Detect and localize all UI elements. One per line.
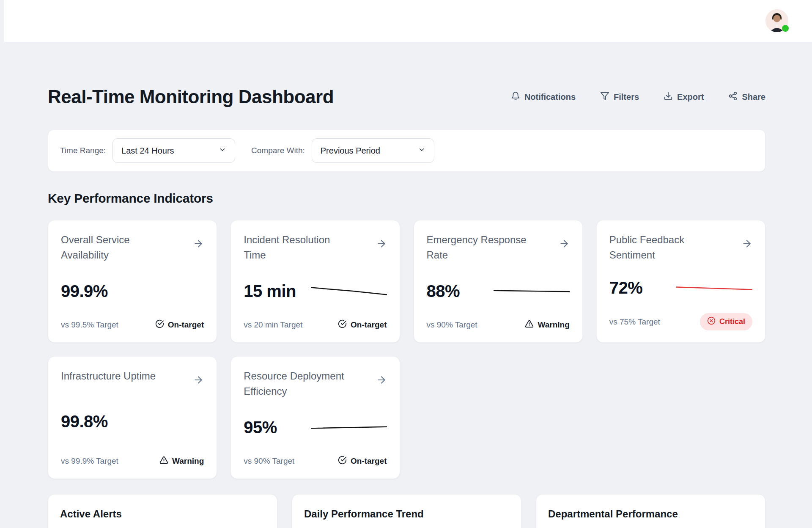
kpi-value: 88%: [427, 282, 460, 301]
check-circle-icon: [155, 319, 164, 330]
share-label: Share: [742, 92, 765, 102]
kpi-sparkline: [311, 286, 387, 296]
kpi-sparkline: [494, 286, 570, 296]
kpi-target: vs 20 min Target: [244, 320, 302, 330]
status-label: Warning: [538, 320, 569, 330]
notifications-label: Notifications: [524, 92, 576, 102]
notifications-button[interactable]: Notifications: [511, 91, 576, 103]
x-circle-icon: [707, 316, 716, 327]
kpi-title: Overall Service Availability: [61, 232, 168, 263]
departmental-performance-panel: Departmental Performance: [536, 494, 765, 528]
warning-triangle-icon: [525, 319, 534, 330]
kpi-section-heading: Key Performance Indicators: [48, 191, 765, 206]
filter-icon: [600, 91, 609, 103]
active-alerts-title: Active Alerts: [60, 508, 265, 520]
share-button[interactable]: Share: [728, 91, 765, 103]
arrow-right-icon[interactable]: [559, 238, 570, 251]
kpi-card-incident-resolution-time: Incident Resolution Time 15 min vs 20 mi…: [230, 220, 400, 343]
daily-performance-trend-panel: Daily Performance Trend: [292, 494, 521, 528]
kpi-title: Incident Resolution Time: [244, 232, 351, 263]
status-label: On-target: [351, 320, 387, 330]
title-row: Real-Time Monitoring Dashboard Notificat…: [48, 86, 765, 107]
kpi-card-infrastructure-uptime: Infrastructure Uptime 99.8% vs 99.9% Tar…: [48, 356, 217, 479]
check-circle-icon: [338, 319, 347, 330]
status-label: Warning: [172, 456, 204, 466]
export-label: Export: [677, 92, 704, 102]
kpi-card-public-feedback-sentiment: Public Feedback Sentiment 72% vs 75% Tar…: [596, 220, 765, 343]
kpi-sparkline: [676, 283, 752, 293]
kpi-target: vs 99.9% Target: [61, 456, 118, 466]
arrow-right-icon[interactable]: [741, 238, 752, 251]
arrow-right-icon[interactable]: [193, 238, 204, 251]
kpi-target: vs 90% Target: [244, 456, 294, 466]
kpi-target: vs 75% Target: [609, 317, 660, 327]
kpi-value: 95%: [244, 418, 277, 437]
chevron-down-icon: [219, 146, 226, 155]
check-circle-icon: [338, 456, 347, 467]
daily-performance-trend-title: Daily Performance Trend: [304, 508, 509, 520]
bottom-panels: Active Alerts Daily Performance Trend De…: [48, 494, 765, 528]
departmental-performance-title: Departmental Performance: [548, 508, 753, 520]
export-button[interactable]: Export: [664, 91, 704, 103]
kpi-sparkline: [311, 422, 387, 432]
status-label: Critical: [719, 317, 745, 326]
kpi-grid: Overall Service Availability 99.9% vs 99…: [48, 220, 765, 479]
chevron-down-icon: [418, 146, 425, 155]
kpi-target: vs 90% Target: [427, 320, 477, 330]
status-badge: Critical: [700, 313, 752, 330]
app-header: [4, 0, 812, 42]
time-range-select[interactable]: Last 24 Hours: [112, 138, 235, 163]
active-alerts-panel: Active Alerts: [48, 494, 277, 528]
filters-label: Filters: [614, 92, 639, 102]
page-title: Real-Time Monitoring Dashboard: [48, 86, 334, 107]
kpi-title: Emergency Response Rate: [427, 232, 534, 263]
kpi-target: vs 99.5% Target: [61, 320, 118, 330]
compare-with-select[interactable]: Previous Period: [312, 138, 434, 163]
kpi-value: 15 min: [244, 282, 296, 301]
kpi-title: Resource Deployment Efficiency: [244, 368, 351, 399]
arrow-right-icon[interactable]: [376, 238, 387, 251]
compare-with-value: Previous Period: [321, 146, 380, 156]
share-icon: [728, 91, 738, 103]
online-status-dot: [782, 25, 789, 32]
warning-triangle-icon: [159, 456, 168, 467]
user-avatar[interactable]: [765, 9, 788, 32]
filters-button[interactable]: Filters: [600, 91, 639, 103]
filters-bar: Time Range: Last 24 Hours Compare With: …: [48, 129, 765, 172]
kpi-title: Infrastructure Uptime: [61, 368, 156, 384]
header-actions: Notifications Filters Export Share: [511, 91, 765, 103]
kpi-card-overall-service-availability: Overall Service Availability 99.9% vs 99…: [48, 220, 217, 343]
download-icon: [664, 91, 673, 103]
kpi-title: Public Feedback Sentiment: [609, 232, 717, 263]
status-badge: Warning: [525, 319, 569, 330]
status-badge: On-target: [155, 319, 204, 330]
kpi-card-emergency-response-rate: Emergency Response Rate 88% vs 90% Targe…: [414, 220, 583, 343]
time-range-value: Last 24 Hours: [121, 146, 174, 156]
status-label: On-target: [168, 320, 204, 330]
status-label: On-target: [351, 456, 387, 466]
status-badge: On-target: [338, 319, 387, 330]
kpi-value: 99.8%: [61, 412, 108, 431]
kpi-value: 99.9%: [61, 282, 108, 301]
dashboard-content: Real-Time Monitoring Dashboard Notificat…: [48, 86, 765, 528]
status-badge: Warning: [159, 456, 204, 467]
compare-with-label: Compare With:: [251, 146, 305, 155]
arrow-right-icon[interactable]: [376, 374, 387, 387]
status-badge: On-target: [338, 456, 387, 467]
kpi-value: 72%: [609, 278, 643, 297]
kpi-card-resource-deployment-efficiency: Resource Deployment Efficiency 95% vs 90…: [230, 356, 400, 479]
bell-icon: [511, 91, 520, 103]
time-range-label: Time Range:: [60, 146, 106, 155]
arrow-right-icon[interactable]: [193, 374, 204, 387]
